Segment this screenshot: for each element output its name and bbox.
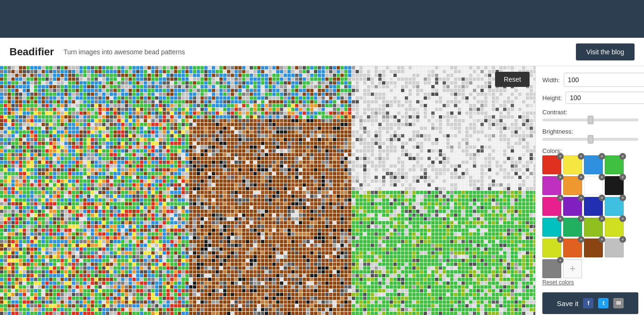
main-layout: Reset Width: Height: Contrast: Brightnes… [0, 66, 644, 315]
visit-blog-button[interactable]: Visit the blog [576, 43, 635, 60]
color-remove-brown[interactable]: × [599, 236, 605, 243]
color-remove-red[interactable]: × [557, 153, 564, 160]
color-remove-purple-light[interactable]: × [557, 174, 564, 180]
color-swatch-wrap-orange2: × [563, 238, 582, 257]
color-remove-cyan-light[interactable]: × [619, 195, 626, 201]
color-swatch-wrap-purple-light: × [542, 176, 561, 195]
color-remove-white[interactable]: × [599, 174, 605, 180]
color-swatch-wrap-yellow: × [563, 155, 582, 174]
color-swatch-wrap-orange: × [563, 176, 582, 195]
height-row: Height: [542, 92, 638, 104]
color-swatch-wrap-red: × [542, 155, 561, 174]
color-remove-purple[interactable]: × [578, 195, 584, 201]
header: Beadifier Turn images into awesome bead … [0, 38, 644, 66]
color-swatch-wrap-gray: × [542, 259, 561, 278]
height-label: Height: [542, 94, 562, 102]
color-swatch-wrap-navy: × [584, 197, 603, 216]
color-swatch-wrap-white: × [584, 176, 603, 195]
brightness-label: Brightness: [542, 128, 638, 135]
color-remove-orange2[interactable]: × [578, 236, 584, 243]
color-swatch-wrap-purple: × [563, 197, 582, 216]
color-swatch-wrap-lime: × [584, 218, 603, 237]
logo: Beadifier [9, 46, 54, 58]
canvas-area: Reset [0, 66, 535, 315]
reset-colors-link[interactable]: Reset colors [542, 279, 638, 286]
contrast-label: Contrast: [542, 109, 638, 116]
color-remove-blue[interactable]: × [599, 153, 605, 160]
color-remove-navy[interactable]: × [599, 195, 605, 201]
colors-grid: ×××××××××××××××××××××+ [542, 155, 638, 278]
color-add-button[interactable]: + [563, 259, 582, 278]
color-swatch-wrap-teal: × [542, 218, 561, 237]
color-remove-lime[interactable]: × [599, 215, 605, 222]
width-row: Width: [542, 73, 638, 87]
right-panel: Width: Height: Contrast: Brightness: Col… [535, 66, 644, 315]
color-swatch-wrap-brown: × [584, 238, 603, 257]
color-remove-silver[interactable]: × [619, 236, 626, 243]
top-bar [0, 0, 644, 38]
color-swatch-wrap-yellow-green2: × [542, 238, 561, 257]
color-swatch-wrap-black: × [605, 176, 624, 195]
contrast-thumb[interactable] [588, 116, 593, 124]
twitter-icon[interactable]: t [598, 298, 609, 308]
color-swatch-wrap-blue: × [584, 155, 603, 174]
tagline: Turn images into awesome bead patterns [63, 48, 576, 56]
color-remove-green-dark[interactable]: × [578, 215, 584, 222]
color-swatch-wrap-silver: × [605, 238, 624, 257]
width-label: Width: [542, 77, 560, 84]
color-remove-yellow-green[interactable]: × [619, 215, 626, 222]
brightness-thumb[interactable] [588, 135, 593, 144]
save-bar[interactable]: Save it f t ✉ [542, 292, 638, 314]
color-swatch-wrap-green: × [605, 155, 624, 174]
color-swatch-wrap-cyan-light: × [605, 197, 624, 216]
color-remove-orange[interactable]: × [578, 174, 584, 180]
email-icon[interactable]: ✉ [613, 298, 624, 308]
width-input[interactable] [564, 73, 644, 87]
color-swatch-wrap-pink: × [542, 197, 561, 216]
bead-canvas [0, 66, 535, 315]
colors-section: Colors: ×××××××××××××××××××××+ Reset col… [542, 147, 638, 286]
brightness-track[interactable] [542, 138, 638, 141]
color-swatch-wrap-green-dark: × [563, 218, 582, 237]
reset-button[interactable]: Reset [495, 72, 530, 87]
color-remove-yellow-green2[interactable]: × [557, 236, 564, 243]
color-remove-green[interactable]: × [619, 153, 626, 160]
color-remove-black[interactable]: × [619, 174, 626, 180]
color-remove-yellow[interactable]: × [578, 153, 584, 160]
height-input[interactable] [566, 92, 644, 104]
facebook-icon[interactable]: f [583, 298, 593, 308]
color-remove-pink[interactable]: × [557, 195, 564, 201]
save-label: Save it [557, 299, 579, 307]
brightness-row: Brightness: [542, 128, 638, 143]
contrast-row: Contrast: [542, 109, 638, 123]
color-remove-teal[interactable]: × [557, 215, 564, 222]
contrast-track[interactable] [542, 119, 638, 121]
color-swatch-wrap-yellow-green: × [605, 218, 624, 237]
color-remove-gray[interactable]: × [557, 257, 564, 264]
